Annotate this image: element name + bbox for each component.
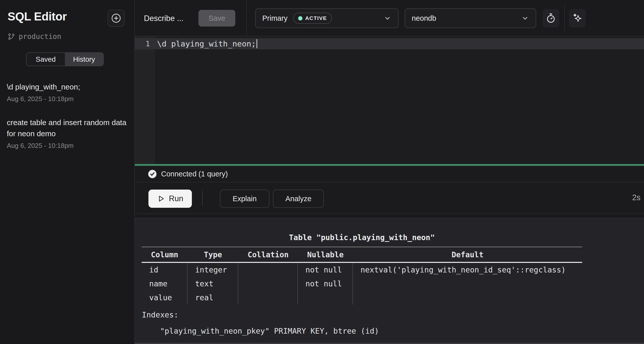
- code-editor[interactable]: 1 \d playing_with_neon;: [135, 36, 644, 164]
- chevron-down-icon: [383, 14, 392, 22]
- save-button[interactable]: Save: [198, 10, 235, 27]
- sidebar: SQL Editor production Saved H: [0, 0, 135, 344]
- column-header: Default: [353, 250, 582, 259]
- column-header: Collation: [238, 250, 298, 259]
- cell: nextval('playing_with_neon_id_seq'::regc…: [353, 263, 582, 277]
- database-selector-value: neondb: [412, 14, 436, 22]
- query-duration: 2s: [632, 193, 640, 202]
- database-selector[interactable]: neondb: [405, 8, 536, 28]
- page-title: SQL Editor: [8, 10, 67, 23]
- cell: id: [142, 263, 188, 277]
- status-badge: ACTIVE: [293, 13, 332, 24]
- sidebar-header: SQL Editor: [0, 0, 134, 27]
- git-branch-icon: [8, 33, 15, 40]
- cell: integer: [188, 263, 238, 277]
- text-cursor: [256, 39, 257, 48]
- new-query-button[interactable]: [108, 10, 125, 27]
- header-divider: [564, 5, 565, 31]
- history-timestamp: Aug 6, 2025 - 10:18pm: [7, 142, 128, 150]
- history-item[interactable]: \d playing_with_neon; Aug 6, 2025 - 10:1…: [7, 81, 128, 103]
- line-number: 1: [135, 39, 155, 48]
- cell: not null: [298, 277, 353, 291]
- cell: real: [188, 291, 238, 305]
- stopwatch-icon: [545, 13, 556, 24]
- plus-circle-icon: [111, 13, 121, 24]
- ai-assist-button[interactable]: [569, 9, 586, 27]
- result-table: Column Type Collation Nullable Default i…: [142, 247, 582, 305]
- chevron-down-icon: [521, 14, 529, 22]
- branch-selector[interactable]: Primary ACTIVE: [255, 8, 399, 28]
- code-line: \d playing_with_neon;: [155, 39, 257, 48]
- tab-history[interactable]: History: [65, 53, 103, 66]
- history-item[interactable]: create table and insert random data for …: [7, 117, 128, 150]
- run-button[interactable]: Run: [148, 190, 192, 208]
- index-definition: "playing_with_neon_pkey" PRIMARY KEY, bt…: [142, 326, 379, 336]
- toolbar-divider: [202, 191, 203, 206]
- branch-indicator: production: [0, 27, 134, 41]
- cell: [238, 277, 298, 291]
- active-dot: [298, 16, 302, 20]
- history-query: create table and insert random data for …: [7, 117, 128, 139]
- column-header: Column: [142, 250, 188, 259]
- history-list: \d playing_with_neon; Aug 6, 2025 - 10:1…: [7, 81, 128, 164]
- analyze-button[interactable]: Analyze: [273, 190, 324, 208]
- connection-status-text: Connected (1 query): [161, 170, 228, 178]
- query-header: Describe ... Save Primary ACTIVE neondb: [135, 0, 644, 36]
- horizontal-scrollbar[interactable]: [135, 343, 644, 344]
- tab-saved[interactable]: Saved: [27, 53, 65, 66]
- status-badge-label: ACTIVE: [305, 15, 327, 21]
- column-header: Nullable: [298, 250, 353, 259]
- header-divider: [246, 0, 247, 36]
- result-table-header: Column Type Collation Nullable Default: [142, 247, 582, 263]
- cell: name: [142, 277, 188, 291]
- table-row: id integer not null nextval('playing_wit…: [142, 263, 582, 277]
- status-bar: Connected (1 query): [135, 166, 644, 182]
- cell: [353, 291, 582, 305]
- results-panel: Table "public.playing_with_neon" Column …: [135, 218, 644, 344]
- query-title: Describe ...: [144, 14, 184, 23]
- check-circle-icon: [148, 170, 157, 178]
- sql-editor-app: SQL Editor production Saved H: [0, 0, 644, 344]
- table-row: value real: [142, 291, 582, 305]
- editor-gutter: [135, 36, 155, 164]
- cell: [298, 291, 353, 305]
- result-table-title: Table "public.playing_with_neon": [142, 233, 582, 242]
- connection-accent-bar: [135, 164, 644, 166]
- cell: value: [142, 291, 188, 305]
- cell: [238, 291, 298, 305]
- play-icon: [157, 195, 165, 203]
- cell: text: [188, 277, 238, 291]
- branch-selector-value: Primary: [262, 14, 288, 22]
- saved-history-tabs: Saved History: [26, 52, 104, 66]
- editor-active-line: 1 \d playing_with_neon;: [135, 38, 644, 49]
- cell: [238, 263, 298, 277]
- history-query: \d playing_with_neon;: [7, 81, 128, 93]
- sparkle-icon: [572, 13, 583, 24]
- indexes-label: Indexes:: [142, 310, 379, 320]
- cell: not null: [298, 263, 353, 277]
- branch-name: production: [19, 32, 61, 41]
- main-panel: Describe ... Save Primary ACTIVE neondb: [135, 0, 644, 344]
- cell: [353, 277, 582, 291]
- column-header: Type: [188, 250, 238, 259]
- indexes-block: Indexes: "playing_with_neon_pkey" PRIMAR…: [142, 310, 379, 336]
- explain-button[interactable]: Explain: [220, 190, 269, 208]
- query-timing-button[interactable]: [543, 9, 559, 27]
- query-toolbar: Run Explain Analyze 2s: [135, 183, 644, 214]
- history-timestamp: Aug 6, 2025 - 10:18pm: [7, 95, 128, 103]
- table-row: name text not null: [142, 277, 582, 291]
